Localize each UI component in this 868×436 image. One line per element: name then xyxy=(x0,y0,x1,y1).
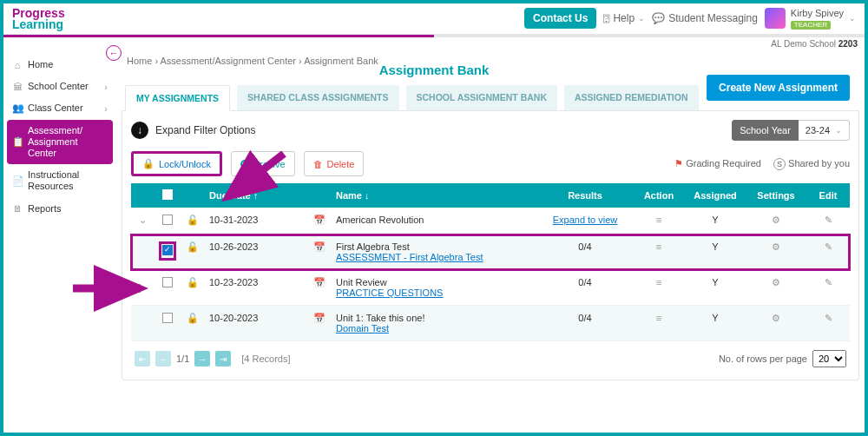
action-menu-icon[interactable]: ≡ xyxy=(656,241,661,252)
topbar: Progress Learning Contact Us ⍰ Help ⌄ 💬 … xyxy=(3,3,865,35)
chevron-down-icon: ⌄ xyxy=(849,14,856,23)
tab-shared-class-assignments[interactable]: SHARED CLASS ASSIGNMENTS xyxy=(237,85,398,110)
edit-icon[interactable]: ✎ xyxy=(825,241,832,252)
row-checkbox[interactable] xyxy=(162,277,173,287)
breadcrumb-home[interactable]: Home xyxy=(127,56,152,66)
archive-icon xyxy=(240,160,249,168)
breadcrumb: Home › Assessment/Assignment Center › As… xyxy=(127,56,378,66)
nav-icon: 👥 xyxy=(12,102,23,114)
role-badge: TEACHER xyxy=(791,21,831,30)
table-row: ⌄🔓10-31-2023📅American RevolutionExpand t… xyxy=(131,208,850,235)
brand-logo: Progress Learning xyxy=(12,6,65,31)
edit-icon[interactable]: ✎ xyxy=(825,277,832,287)
tab-school-assignment-bank[interactable]: SCHOOL ASSIGNMENT BANK xyxy=(406,85,558,110)
page-indicator: 1/1 xyxy=(176,353,189,364)
sidebar-item-school-center[interactable]: 🏛School Center xyxy=(3,76,116,97)
chevron-down-icon: ⌄ xyxy=(638,14,645,23)
sidebar-item-assessment-assignment-center[interactable]: 📋Assessment/ Assignment Center xyxy=(7,120,113,165)
breadcrumb-center[interactable]: Assessment/Assignment Center xyxy=(161,56,297,66)
tab-my-assignments[interactable]: MY ASSIGNMENTS xyxy=(125,85,230,111)
row-checkbox[interactable] xyxy=(162,215,173,225)
page-title: Assignment Bank xyxy=(379,63,490,77)
archive-button[interactable]: Archive xyxy=(231,151,295,176)
brand-word-2: Learning xyxy=(12,17,65,31)
shared-icon: S xyxy=(773,158,786,170)
lock-unlock-button[interactable]: 🔒 Lock/Unlock xyxy=(131,151,222,176)
calendar-icon[interactable]: 📅 xyxy=(313,241,326,252)
action-menu-icon[interactable]: ≡ xyxy=(656,277,661,287)
unlock-icon: 🔓 xyxy=(187,313,199,323)
page-next-button[interactable]: → xyxy=(194,351,210,367)
record-count: [4 Records] xyxy=(241,353,290,364)
expand-icon: ↓ xyxy=(131,122,148,139)
row-checkbox[interactable] xyxy=(162,245,173,255)
assignment-link[interactable]: Domain Test xyxy=(336,323,389,334)
action-menu-icon[interactable]: ≡ xyxy=(656,215,661,225)
chat-icon: 💬 xyxy=(652,12,665,24)
page-last-button[interactable]: ⇥ xyxy=(215,351,231,367)
table-row: 🔓10-26-2023📅First Algebra TestASSESSMENT… xyxy=(131,235,850,270)
unlock-icon: 🔓 xyxy=(187,215,199,225)
assignment-link[interactable]: PRACTICE QUESTIONS xyxy=(336,287,443,298)
nav-icon: 🗎 xyxy=(12,203,23,214)
select-all-checkbox[interactable] xyxy=(162,189,173,200)
edit-icon[interactable]: ✎ xyxy=(825,215,832,225)
calendar-icon[interactable]: 📅 xyxy=(313,313,326,323)
rows-per-page-select[interactable]: 20 xyxy=(812,350,846,367)
lock-icon: 🔒 xyxy=(142,158,155,169)
sidebar-item-instructional-resources[interactable]: 📄Instructional Resources xyxy=(3,164,116,197)
settings-icon[interactable]: ⚙ xyxy=(772,277,780,287)
unlock-icon: 🔓 xyxy=(187,277,199,287)
flag-icon: ⚑ xyxy=(674,158,683,168)
sidebar: ← ⌂Home🏛School Center👥Class Center📋Asses… xyxy=(3,49,116,431)
main-content: Home › Assessment/Assignment Center › As… xyxy=(116,49,865,431)
avatar xyxy=(765,8,786,29)
action-menu-icon[interactable]: ≡ xyxy=(656,313,661,323)
help-menu[interactable]: ⍰ Help ⌄ xyxy=(603,12,645,24)
sidebar-item-reports[interactable]: 🗎Reports xyxy=(3,198,116,220)
user-menu[interactable]: Kirby Spivey TEACHER ⌄ xyxy=(765,8,856,30)
breadcrumb-current: Assignment Bank xyxy=(304,56,378,66)
unlock-icon: 🔓 xyxy=(187,241,199,252)
expand-filter-toggle[interactable]: ↓ Expand Filter Options xyxy=(131,122,255,139)
contact-us-button[interactable]: Contact Us xyxy=(524,8,596,29)
sidebar-item-class-center[interactable]: 👥Class Center xyxy=(3,97,116,119)
assignments-table: Due Date ↑ Name ↓ Results Action Assigne… xyxy=(131,183,850,341)
calendar-icon[interactable]: 📅 xyxy=(313,215,326,225)
nav-icon: 🏛 xyxy=(12,82,23,92)
chevron-down-icon: ⌄ xyxy=(835,126,842,135)
school-context: AL Demo School 2203 xyxy=(3,37,865,49)
legend: ⚑ Grading Required S Shared by you xyxy=(674,158,850,170)
row-checkbox[interactable] xyxy=(162,313,173,323)
tab-assigned-remediation[interactable]: ASSIGNED REMEDIATION xyxy=(564,85,698,110)
page-first-button[interactable]: ⇤ xyxy=(135,351,150,367)
table-row: 🔓10-23-2023📅Unit ReviewPRACTICE QUESTION… xyxy=(131,270,850,306)
settings-icon[interactable]: ⚙ xyxy=(772,241,780,252)
expand-results-link[interactable]: Expand to view xyxy=(553,215,618,225)
nav-icon: ⌂ xyxy=(12,60,23,70)
nav-icon: 📄 xyxy=(12,175,23,187)
student-messaging-link[interactable]: 💬 Student Messaging xyxy=(652,12,758,24)
create-assignment-button[interactable]: Create New Assignment xyxy=(707,75,850,101)
page-prev-button[interactable]: ← xyxy=(155,351,171,367)
calendar-icon[interactable]: 📅 xyxy=(313,277,326,287)
help-icon: ⍰ xyxy=(603,12,609,24)
settings-icon[interactable]: ⚙ xyxy=(772,313,780,323)
edit-icon[interactable]: ✎ xyxy=(825,313,832,323)
sort-desc-icon[interactable]: ↓ xyxy=(365,190,370,201)
chevron-down-icon[interactable]: ⌄ xyxy=(139,215,147,225)
settings-icon[interactable]: ⚙ xyxy=(772,215,780,225)
collapse-sidebar-button[interactable]: ← xyxy=(106,45,122,61)
table-row: 🔓10-20-2023📅Unit 1: Take this one!Domain… xyxy=(131,306,850,341)
nav-icon: 📋 xyxy=(12,136,23,148)
sort-asc-icon[interactable]: ↑ xyxy=(253,190,259,201)
panel: Create New Assignment ↓ Expand Filter Op… xyxy=(122,111,859,380)
delete-button[interactable]: 🗑 Delete xyxy=(304,151,365,176)
school-year-select[interactable]: School Year 23-24⌄ xyxy=(732,120,850,141)
sidebar-item-home[interactable]: ⌂Home xyxy=(3,54,116,76)
assignment-link[interactable]: ASSESSMENT - First Algebra Test xyxy=(336,252,483,262)
trash-icon: 🗑 xyxy=(313,159,323,169)
